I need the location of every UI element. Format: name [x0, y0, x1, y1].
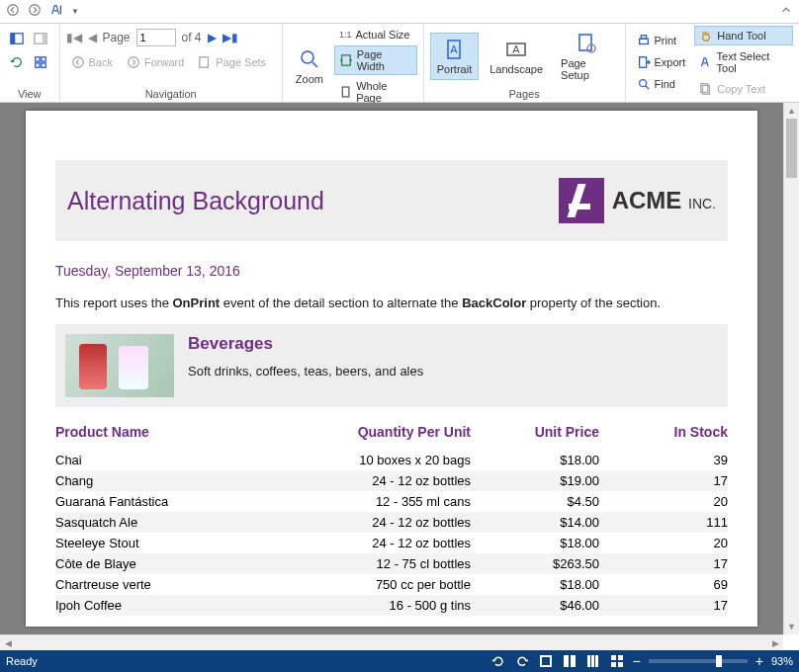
company-logo: ACME INC.: [559, 178, 716, 223]
product-table: Product Name Quantity Per Unit Unit Pric…: [55, 421, 728, 616]
find-button[interactable]: Find: [632, 74, 691, 94]
layout2-icon[interactable]: [562, 653, 577, 669]
status-text: Ready: [6, 655, 38, 667]
page-input[interactable]: [136, 29, 176, 46]
svg-rect-24: [639, 57, 646, 68]
page-label: Page: [103, 31, 131, 44]
prev-page-icon[interactable]: ◀: [88, 31, 97, 44]
svg-rect-32: [587, 655, 590, 667]
svg-rect-38: [618, 662, 623, 667]
svg-rect-8: [36, 63, 40, 67]
svg-rect-20: [579, 35, 591, 50]
svg-point-11: [129, 57, 139, 68]
category-desc: Soft drinks, coffees, teas, beers, and a…: [188, 364, 423, 378]
text-select-icon[interactable]: [47, 1, 65, 22]
forward-icon[interactable]: [26, 1, 44, 22]
category-image: [65, 334, 174, 397]
table-row: Chartreuse verte750 cc per bottle$18.006…: [55, 574, 728, 595]
first-page-icon[interactable]: ▮◀: [66, 31, 82, 44]
svg-rect-6: [36, 57, 40, 61]
layout3-icon[interactable]: [585, 653, 601, 669]
hand-tool-button[interactable]: Hand Tool: [694, 26, 793, 45]
svg-rect-7: [42, 57, 45, 61]
next-page-icon[interactable]: ▶: [208, 31, 217, 44]
back-icon[interactable]: [4, 1, 22, 22]
svg-text:A: A: [451, 43, 459, 55]
svg-rect-30: [564, 655, 569, 667]
svg-rect-15: [342, 87, 349, 97]
group-label: View: [6, 86, 53, 100]
svg-rect-12: [200, 57, 209, 68]
print-button[interactable]: Print: [632, 31, 691, 50]
page-width-button[interactable]: Page Width: [334, 45, 417, 75]
layout4-icon[interactable]: [609, 653, 625, 669]
table-row: Chang24 - 12 oz bottles$19.0017: [55, 470, 728, 491]
report-page: Alternating Background ACME INC. Tuesday…: [26, 111, 757, 627]
table-row: Steeleye Stout24 - 12 oz bottles$18.0020: [55, 533, 728, 553]
portrait-button[interactable]: APortrait: [430, 33, 479, 80]
title-bar: ▼: [0, 0, 799, 24]
actual-size-button[interactable]: 1:1Actual Size: [334, 26, 417, 43]
group-label: Navigation: [66, 86, 276, 100]
report-description: This report uses the OnPrint event of th…: [55, 294, 728, 312]
page-of-label: of 4: [182, 31, 202, 44]
svg-rect-9: [42, 63, 45, 67]
table-row: Sasquatch Ale24 - 12 oz bottles$14.00111: [55, 512, 728, 533]
page-setup-button[interactable]: Page Setup: [554, 27, 618, 86]
svg-rect-35: [611, 655, 616, 660]
svg-rect-29: [542, 657, 550, 665]
ribbon: View ▮◀ ◀ Page of 4 ▶ ▶▮ Back Forward Pa…: [0, 24, 799, 103]
svg-rect-23: [641, 36, 646, 40]
panel-toggle[interactable]: [30, 28, 51, 49]
zoom-button[interactable]: Zoom: [289, 42, 330, 90]
table-row: Ipoh Coffee16 - 500 g tins$46.0017: [55, 595, 728, 616]
svg-point-0: [8, 5, 19, 16]
refresh-icon[interactable]: [490, 653, 506, 669]
sidebar-toggle[interactable]: [6, 28, 28, 49]
thumb-view[interactable]: [30, 51, 51, 73]
col-qty: Quantity Per Unit: [312, 424, 471, 440]
status-bar: Ready − + 93%: [0, 650, 799, 672]
refresh2-icon[interactable]: [514, 653, 530, 669]
refresh-button[interactable]: [6, 51, 28, 73]
table-row: Chai10 boxes x 20 bags$18.0039: [55, 450, 728, 470]
svg-point-10: [72, 57, 83, 68]
dropdown-icon[interactable]: ▼: [69, 5, 81, 18]
svg-point-13: [302, 51, 313, 63]
svg-rect-14: [342, 55, 351, 65]
horizontal-scrollbar[interactable]: ◀ ▶: [0, 634, 783, 650]
copy-text-button[interactable]: Copy Text: [694, 79, 793, 99]
text-select-button[interactable]: Text Select Tool: [694, 47, 793, 77]
svg-rect-36: [618, 655, 623, 660]
zoom-out-button[interactable]: −: [633, 653, 641, 669]
last-page-icon[interactable]: ▶▮: [222, 31, 238, 44]
svg-point-25: [639, 80, 646, 87]
report-title: Alternating Background: [67, 187, 324, 215]
zoom-in-button[interactable]: +: [755, 653, 763, 669]
svg-rect-3: [11, 34, 15, 44]
collapse-ribbon-icon[interactable]: [777, 1, 795, 22]
category-header: Beverages Soft drinks, coffees, teas, be…: [55, 324, 728, 407]
landscape-button[interactable]: ALandscape: [483, 33, 550, 80]
viewer: Alternating Background ACME INC. Tuesday…: [0, 103, 799, 650]
svg-rect-33: [591, 655, 594, 667]
export-button[interactable]: Export: [632, 52, 691, 72]
group-label: Pages: [430, 86, 619, 100]
zoom-slider[interactable]: [649, 659, 748, 663]
forward-button[interactable]: Forward: [122, 52, 189, 72]
svg-rect-31: [571, 655, 576, 667]
zoom-level: 93%: [771, 655, 793, 667]
svg-rect-5: [43, 34, 46, 44]
back-button[interactable]: Back: [66, 52, 118, 72]
col-stock: In Stock: [599, 424, 728, 440]
col-price: Unit Price: [471, 424, 599, 440]
vertical-scrollbar[interactable]: ▲ ▼: [783, 103, 799, 634]
svg-text:A: A: [512, 43, 520, 55]
svg-rect-22: [639, 39, 648, 43]
layout1-icon[interactable]: [538, 653, 554, 669]
viewer-canvas[interactable]: Alternating Background ACME INC. Tuesday…: [0, 103, 783, 634]
report-date: Tuesday, September 13, 2016: [55, 263, 728, 279]
svg-point-1: [30, 5, 41, 16]
page-sets-button[interactable]: Page Sets: [193, 52, 271, 72]
svg-rect-37: [611, 662, 616, 667]
